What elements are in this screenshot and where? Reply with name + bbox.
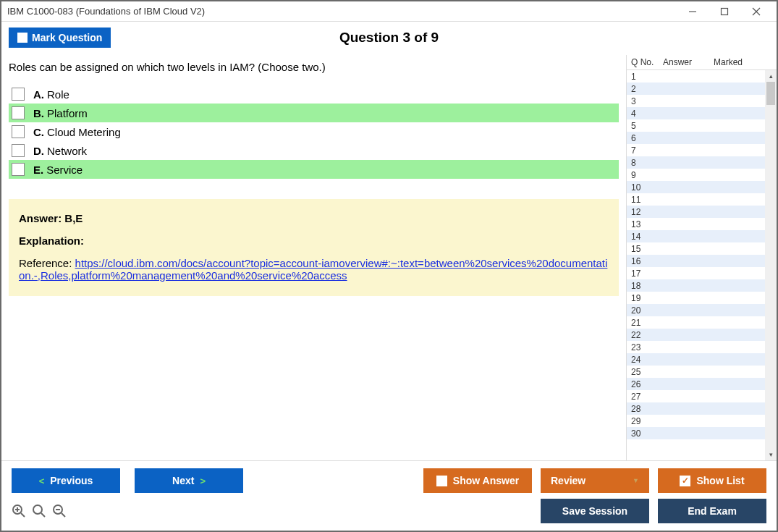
- list-row[interactable]: 5: [627, 119, 777, 132]
- list-row[interactable]: 1: [627, 70, 777, 83]
- scroll-thumb[interactable]: [766, 82, 775, 105]
- list-row[interactable]: 12: [627, 206, 777, 218]
- row-qno: 18: [631, 281, 663, 291]
- option-text: Role: [47, 88, 69, 101]
- row-qno: 5: [631, 121, 663, 131]
- mark-question-label: Mark Question: [32, 32, 102, 43]
- list-row[interactable]: 9: [627, 169, 777, 181]
- option-checkbox[interactable]: [12, 163, 25, 176]
- row-qno: 6: [631, 133, 663, 143]
- option-checkbox[interactable]: [12, 106, 25, 119]
- list-row[interactable]: 20: [627, 304, 777, 316]
- list-row[interactable]: 8: [627, 156, 777, 169]
- show-list-label: Show List: [696, 475, 744, 486]
- end-exam-button[interactable]: End Exam: [658, 499, 766, 523]
- scroll-down-icon[interactable]: ▾: [765, 449, 777, 460]
- list-row[interactable]: 13: [627, 218, 777, 230]
- zoom-controls: [12, 503, 68, 519]
- list-row[interactable]: 6: [627, 132, 777, 144]
- row-qno: 7: [631, 145, 663, 156]
- previous-button[interactable]: < Previous: [12, 468, 120, 493]
- scrollbar[interactable]: ▴ ▾: [765, 70, 777, 460]
- mark-question-button[interactable]: Mark Question: [9, 28, 111, 48]
- svg-line-5: [21, 513, 25, 517]
- list-row[interactable]: 29: [627, 415, 777, 427]
- next-label: Next: [172, 475, 194, 486]
- list-row[interactable]: 30: [627, 427, 777, 439]
- list-row[interactable]: 14: [627, 230, 777, 242]
- option-text: Platform: [47, 107, 88, 119]
- list-row[interactable]: 3: [627, 95, 777, 107]
- row-qno: 8: [631, 158, 663, 168]
- scroll-up-icon[interactable]: ▴: [765, 70, 777, 82]
- question-text: Roles can be assigned on which two level…: [9, 61, 619, 73]
- svg-line-9: [41, 513, 45, 517]
- row-qno: 22: [631, 330, 663, 340]
- list-row[interactable]: 17: [627, 267, 777, 279]
- titlebar: IBM C1000-083 (Foundations of IBM Cloud …: [1, 1, 777, 22]
- row-qno: 11: [631, 195, 663, 205]
- list-row[interactable]: 24: [627, 353, 777, 366]
- zoom-out-icon[interactable]: [52, 503, 68, 519]
- show-answer-button[interactable]: Show Answer: [423, 468, 532, 493]
- checked-icon: ✓: [680, 476, 690, 486]
- list-row[interactable]: 26: [627, 378, 777, 390]
- row-qno: 14: [631, 232, 663, 242]
- list-row[interactable]: 10: [627, 181, 777, 193]
- minimize-button[interactable]: [677, 2, 709, 21]
- list-body[interactable]: 1234567891011121314151617181920212223242…: [627, 70, 777, 460]
- reference-line: Reference: https://cloud.ibm.com/docs/ac…: [19, 257, 609, 282]
- list-row[interactable]: 18: [627, 279, 777, 292]
- option-checkbox[interactable]: [12, 144, 25, 157]
- list-row[interactable]: 16: [627, 255, 777, 267]
- row-qno: 10: [631, 182, 663, 193]
- list-row[interactable]: 15: [627, 242, 777, 255]
- chevron-left-icon: <: [39, 476, 45, 486]
- row-qno: 21: [631, 318, 663, 328]
- previous-label: Previous: [50, 475, 93, 486]
- option-checkbox[interactable]: [12, 125, 25, 138]
- next-button[interactable]: Next >: [135, 468, 243, 493]
- list-row[interactable]: 28: [627, 402, 777, 415]
- zoom-in-icon[interactable]: [32, 503, 48, 519]
- list-row[interactable]: 22: [627, 329, 777, 341]
- list-row[interactable]: 19: [627, 292, 777, 304]
- list-row[interactable]: 21: [627, 316, 777, 329]
- save-session-button[interactable]: Save Session: [541, 499, 649, 523]
- option-row[interactable]: D. Network: [9, 141, 619, 160]
- list-row[interactable]: 2: [627, 83, 777, 95]
- list-row[interactable]: 4: [627, 107, 777, 119]
- answer-explanation-box: Answer: B,E Explanation: Reference: http…: [9, 199, 619, 296]
- list-row[interactable]: 7: [627, 144, 777, 156]
- show-list-button[interactable]: ✓ Show List: [658, 468, 766, 493]
- row-qno: 15: [631, 244, 663, 254]
- maximize-button[interactable]: [709, 2, 740, 21]
- row-qno: 29: [631, 416, 663, 426]
- reference-link[interactable]: https://cloud.ibm.com/docs/account?topic…: [19, 257, 607, 282]
- header-row: Mark Question Question 3 of 9: [1, 22, 777, 55]
- svg-rect-1: [722, 8, 728, 14]
- option-row[interactable]: A. Role: [9, 85, 619, 104]
- mark-checkbox-icon: [17, 33, 28, 43]
- option-checkbox[interactable]: [12, 88, 25, 101]
- row-qno: 17: [631, 269, 663, 279]
- list-row[interactable]: 27: [627, 390, 777, 402]
- footer: < Previous Next > Show Answer Review ▼ ✓…: [1, 460, 777, 531]
- question-pane: Roles can be assigned on which two level…: [1, 55, 626, 460]
- option-row[interactable]: B. Platform: [9, 104, 619, 122]
- row-qno: 13: [631, 219, 663, 229]
- option-row[interactable]: C. Cloud Metering: [9, 122, 619, 141]
- svg-point-8: [33, 505, 42, 514]
- window-title: IBM C1000-083 (Foundations of IBM Cloud …: [7, 6, 205, 17]
- review-dropdown[interactable]: Review ▼: [541, 468, 649, 493]
- app-window: IBM C1000-083 (Foundations of IBM Cloud …: [0, 0, 778, 532]
- option-text: Network: [47, 145, 87, 157]
- list-row[interactable]: 25: [627, 366, 777, 378]
- list-row[interactable]: 23: [627, 341, 777, 353]
- close-button[interactable]: [740, 2, 772, 21]
- option-letter: B.: [33, 107, 44, 119]
- list-row[interactable]: 11: [627, 193, 777, 206]
- show-answer-label: Show Answer: [453, 475, 519, 486]
- zoom-reset-icon[interactable]: [12, 503, 28, 519]
- option-row[interactable]: E. Service: [9, 160, 619, 179]
